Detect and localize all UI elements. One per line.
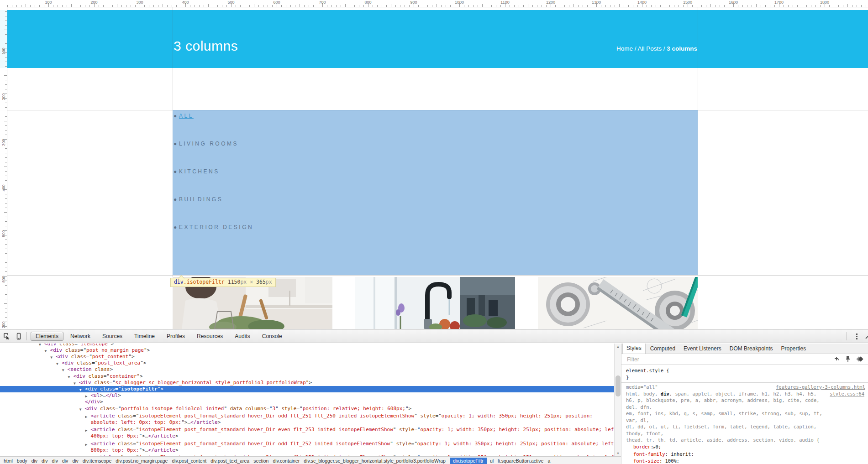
vertical-dots-icon[interactable]	[852, 332, 862, 341]
expanded-arrow-icon[interactable]: ▼	[79, 407, 82, 413]
elements-scrollbar[interactable]: ▲ ▼	[614, 344, 621, 456]
element-style-block[interactable]: element.style { }	[621, 366, 868, 382]
crumb-div.sc_blogger.sc_blogger_horizontal.style_portfolio3.portfolioWrap[interactable]: div.sc_blogger.sc_blogger_horizontal.sty…	[304, 458, 446, 464]
selector-lines: h6, p, blockquote, pre, a, abbr, acronym…	[626, 397, 865, 443]
tree-row[interactable]: ▼<div class="portfolio isotope folio3col…	[0, 406, 614, 412]
tree-row[interactable]: ▼<div class="post_content">	[0, 354, 614, 360]
breadcrumb[interactable]: Home / All Posts / 3 columns	[616, 45, 697, 52]
tree-row[interactable]: ▶<article class="isotopeElement post_for…	[0, 427, 614, 439]
ruler-tick	[756, 4, 757, 7]
ruler-tick	[697, 5, 697, 7]
ruler-tick	[158, 5, 158, 7]
devtools-tab-resources[interactable]: Resources	[192, 332, 228, 341]
crumb-div.itemscope[interactable]: div.itemscope	[83, 458, 111, 464]
tree-row[interactable]: ▼<div class="container">	[0, 373, 614, 380]
ruler-tick	[478, 5, 478, 7]
styles-filter-input[interactable]: Filter	[627, 356, 639, 363]
crumb-div[interactable]: div	[42, 458, 47, 464]
tree-row[interactable]: ▶<article class="isotopeElement post_for…	[0, 441, 614, 454]
stylesheet-line-link[interactable]: style.css:64	[830, 391, 864, 397]
crumb-div[interactable]: div	[52, 458, 58, 464]
tree-row[interactable]: ▼<div class="post no_margin page">	[0, 347, 614, 354]
filter-item-buildings[interactable]: ●BUILDINGS	[174, 196, 253, 203]
crumb-a[interactable]: a	[547, 458, 550, 464]
css-rule-block[interactable]: media="all" features-gallery-3-columns.h…	[621, 382, 868, 464]
tree-row[interactable]: ▼<div class="itemscope">	[0, 344, 614, 347]
ruler-tick	[815, 5, 816, 7]
tree-row[interactable]: ▼<div class="sc_blogger sc_blogger_horiz…	[0, 380, 614, 386]
tree-row[interactable]: ▶<article class="isotopeElement post_for…	[0, 413, 614, 426]
devtools-tab-sources[interactable]: Sources	[97, 332, 127, 341]
filter-link[interactable]: LIVING ROOMS	[179, 141, 238, 147]
tree-row[interactable]: </div>	[0, 399, 614, 405]
pin-icon[interactable]	[845, 355, 851, 362]
sidebar-tab-event-listeners[interactable]: Event Listeners	[680, 344, 725, 354]
crumb-div.isotopeFiltr[interactable]: div.isotopeFiltr	[450, 458, 487, 464]
ruler-tick	[500, 5, 501, 7]
collapsed-arrow-icon[interactable]: ▶	[85, 428, 88, 434]
tree-row[interactable]: ▼<div class="post_text_area">	[0, 360, 614, 366]
filter-link[interactable]: KITCHENS	[179, 168, 220, 175]
scrollbar-down-icon[interactable]: ▼	[615, 450, 621, 456]
filter-item-exterior-design[interactable]: ●EXTERIOR DESIGN	[174, 224, 253, 230]
filter-link[interactable]: BUILDINGS	[179, 196, 223, 203]
tree-row[interactable]: ▼<section class>	[0, 366, 614, 373]
tree-row-selected[interactable]: ▼<div class="isotopeFiltr">	[0, 386, 614, 392]
css-property-font-family[interactable]: font-family: inherit;	[626, 451, 865, 458]
expand-property-icon[interactable]: ▶	[653, 446, 655, 449]
tree-row[interactable]: ▶<ul>…</ul>	[0, 392, 614, 399]
device-icon[interactable]	[14, 332, 24, 341]
devtools-tab-console[interactable]: Console	[257, 332, 287, 341]
crumb-li.squareButton.active[interactable]: li.squareButton.active	[498, 458, 543, 464]
crumb-div[interactable]: div	[72, 458, 78, 464]
inspect-icon[interactable]	[2, 332, 12, 341]
new-style-rule-icon[interactable]	[833, 356, 841, 362]
toggle-element-state-icon[interactable]	[855, 356, 863, 362]
ruler-tick	[5, 267, 7, 267]
portfolio-image-bearing-caliper[interactable]	[538, 277, 698, 329]
breadcrumb-current: 3 columns	[667, 45, 697, 52]
sidebar-tab-properties[interactable]: Properties	[777, 344, 810, 354]
crumb-div[interactable]: div	[32, 458, 37, 464]
ruler-tick	[58, 5, 58, 7]
scrollbar-thumb[interactable]	[615, 375, 621, 396]
sidebar-tab-styles[interactable]: Styles	[622, 344, 646, 354]
filter-link[interactable]: ALL	[179, 113, 194, 119]
filter-item-living-rooms[interactable]: ●LIVING ROOMS	[174, 141, 253, 147]
crumb-html[interactable]: html	[4, 458, 13, 464]
css-property-border[interactable]: border:▶0;	[626, 443, 865, 451]
ruler-tick	[633, 5, 633, 7]
filter-item-all[interactable]: ●ALL	[174, 113, 253, 119]
collapsed-arrow-icon[interactable]: ▶	[85, 414, 88, 420]
crumb-div.post_text_area[interactable]: div.post_text_area	[210, 458, 249, 464]
filter-item-kitchens[interactable]: ●KITCHENS	[174, 168, 253, 175]
crumb-body[interactable]: body	[17, 458, 27, 464]
devtools-tab-elements[interactable]: Elements	[31, 332, 63, 341]
devtools-tab-timeline[interactable]: Timeline	[129, 332, 160, 341]
collapsed-arrow-icon[interactable]: ▶	[85, 442, 88, 448]
ruler-tick	[295, 5, 295, 7]
scrollbar-up-icon[interactable]: ▲	[615, 344, 621, 349]
crumb-div.container[interactable]: div.container	[273, 458, 300, 464]
crumb-section[interactable]: section	[253, 458, 268, 464]
crumb-ul[interactable]: ul	[490, 458, 494, 464]
crumb-div.post_content[interactable]: div.post_content	[172, 458, 206, 464]
ruler-tick	[5, 271, 7, 272]
ruler-tick	[564, 5, 565, 7]
ruler-label: 100	[45, 0, 52, 5]
devtools-tab-network[interactable]: Network	[65, 332, 95, 341]
sidebar-tab-computed[interactable]: Computed	[647, 344, 679, 354]
portfolio-image-kitchen-faucet[interactable]	[355, 277, 515, 329]
css-property-font-size[interactable]: font-size: 100%;	[626, 458, 865, 464]
crumb-div.post.no_margin.page[interactable]: div.post.no_margin.page	[116, 458, 168, 464]
stylesheet-file-link[interactable]: features-gallery-3-columns.html	[776, 384, 865, 391]
dock-side-icon[interactable]	[863, 332, 868, 341]
sidebar-tab-dom-breakpoints[interactable]: DOM Breakpoints	[726, 344, 777, 354]
breadcrumb-links[interactable]: Home / All Posts /	[616, 45, 667, 52]
filter-link[interactable]: EXTERIOR DESIGN	[179, 224, 253, 230]
devtools-tab-profiles[interactable]: Profiles	[162, 332, 190, 341]
crumb-div[interactable]: div	[62, 458, 68, 464]
devtools-tab-audits[interactable]: Audits	[230, 332, 255, 341]
ruler-horizontal: 1002003004005006007008009001000110012001…	[0, 0, 868, 7]
ruler-tick	[5, 80, 7, 80]
